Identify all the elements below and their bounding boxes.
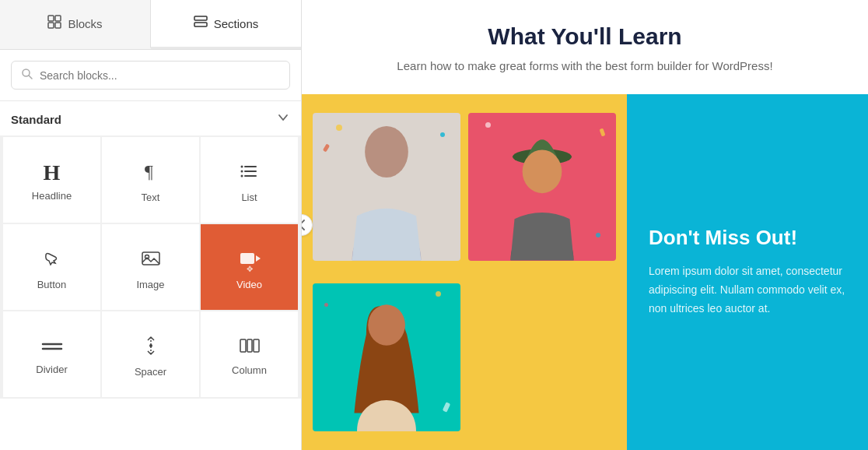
image-label: Image <box>136 279 164 290</box>
blocks-tab-label: Blocks <box>68 17 102 30</box>
blocks-tab-icon <box>47 15 61 32</box>
svg-rect-5 <box>194 23 207 26</box>
block-headline[interactable]: H Headline <box>3 137 100 223</box>
dont-miss-body: Lorem ipsum dolor sit amet, consectetur … <box>649 262 846 318</box>
button-label: Button <box>37 279 67 290</box>
svg-point-12 <box>240 165 243 167</box>
blue-cta-area: Don't Miss Out! Lorem ipsum dolor sit am… <box>627 94 868 450</box>
headline-label: Headline <box>32 190 72 202</box>
list-icon <box>239 160 261 185</box>
block-button[interactable]: Button <box>3 224 100 310</box>
video-label: Video <box>236 279 262 290</box>
divider-label: Divider <box>36 364 67 375</box>
text-icon: ¶ <box>140 160 162 185</box>
block-spacer[interactable]: Spacer <box>102 311 199 397</box>
svg-point-22 <box>149 344 152 347</box>
column-icon <box>239 336 261 358</box>
list-label: List <box>241 192 257 203</box>
top-content-section: What You'll Learn Learn how to make grea… <box>302 0 868 94</box>
button-icon <box>41 248 63 272</box>
person-image-2 <box>468 113 616 261</box>
block-image[interactable]: Image <box>102 224 199 310</box>
sections-tab-label: Sections <box>214 17 259 30</box>
block-text[interactable]: ¶ Text <box>102 137 199 223</box>
search-wrapper <box>0 50 301 101</box>
spacer-icon <box>140 335 162 360</box>
spacer-label: Spacer <box>135 366 166 378</box>
left-panel: Blocks Sections Standard <box>0 0 302 450</box>
search-box <box>11 61 290 90</box>
headline-icon: H <box>44 162 61 184</box>
svg-rect-15 <box>142 252 159 265</box>
column-label: Column <box>232 364 267 376</box>
svg-rect-25 <box>254 339 259 352</box>
svg-rect-1 <box>55 16 61 21</box>
tab-bar: Blocks Sections <box>0 0 301 50</box>
person-image-1 <box>313 113 460 261</box>
svg-point-28 <box>523 150 562 194</box>
chevron-down-icon[interactable] <box>276 111 290 128</box>
text-label: Text <box>142 192 160 203</box>
svg-point-26 <box>365 126 408 178</box>
tab-sections[interactable]: Sections <box>151 0 301 49</box>
standard-section-header: Standard <box>0 101 301 135</box>
main-subtitle: Learn how to make great forms with the b… <box>317 59 852 72</box>
svg-marker-18 <box>256 255 261 262</box>
svg-point-14 <box>240 174 243 177</box>
right-panel: What You'll Learn Learn how to make grea… <box>302 0 868 450</box>
yellow-area <box>302 94 627 450</box>
search-input[interactable] <box>40 69 280 82</box>
standard-section-title: Standard <box>11 113 61 126</box>
svg-rect-3 <box>55 23 61 28</box>
svg-rect-0 <box>48 16 54 21</box>
search-icon <box>21 68 33 83</box>
tab-blocks[interactable]: Blocks <box>0 0 151 49</box>
block-video[interactable]: Video ✥ <box>201 224 298 310</box>
block-divider[interactable]: Divider <box>3 311 100 397</box>
block-column[interactable]: Column <box>201 311 298 397</box>
divider-icon <box>41 337 63 357</box>
blocks-grid: H Headline ¶ Text <box>0 135 301 399</box>
svg-line-7 <box>29 76 32 79</box>
svg-rect-17 <box>240 253 254 264</box>
dont-miss-title: Don't Miss Out! <box>649 226 846 250</box>
svg-point-13 <box>240 170 243 172</box>
block-list[interactable]: List <box>201 137 298 223</box>
svg-text:¶: ¶ <box>145 161 153 181</box>
sections-tab-icon <box>194 15 208 32</box>
person-image-3 <box>313 283 460 431</box>
svg-rect-23 <box>240 339 246 352</box>
bottom-section: Don't Miss Out! Lorem ipsum dolor sit am… <box>302 94 868 450</box>
image-icon <box>140 248 162 272</box>
svg-rect-2 <box>48 23 54 28</box>
main-title: What You'll Learn <box>317 23 852 50</box>
svg-point-30 <box>368 305 405 346</box>
svg-rect-4 <box>194 16 207 20</box>
svg-rect-24 <box>247 339 252 352</box>
